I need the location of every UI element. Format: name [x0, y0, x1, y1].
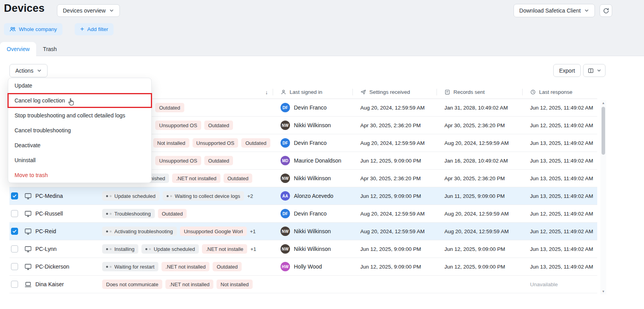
- scroll-up-arrow[interactable]: ▲: [600, 101, 606, 105]
- avatar: HW: [281, 262, 290, 271]
- tab-overview-label: Overview: [7, 46, 29, 52]
- row-checkbox[interactable]: [11, 281, 18, 288]
- scroll-down-arrow[interactable]: ▼: [600, 290, 606, 293]
- desktop-icon: [24, 193, 32, 199]
- download-client-button[interactable]: Download Safetica Client: [514, 4, 595, 17]
- records-sent-cell: Aug 20, 2024, 12:59:59 AM: [437, 223, 522, 240]
- table-row-pc-dickerson[interactable]: PC-DickersonWaiting for restart.NET not …: [9, 258, 597, 276]
- menu-item-deactivate[interactable]: Deactivate: [8, 138, 151, 153]
- user-name: Devin Franco: [294, 104, 327, 111]
- records-sent-cell: Jun 12, 2025, 9:09:00 PM: [437, 240, 522, 258]
- device-name-cell: Dina Kaiser: [22, 276, 102, 293]
- table-row-pc-lynn[interactable]: PC-LynnInstallingUpdate scheduled.NET no…: [9, 240, 597, 258]
- status-badge: Outdated: [241, 138, 270, 148]
- table-row-dina-kaiser[interactable]: Dina KaiserDoes not communicate.NET not …: [9, 276, 597, 293]
- view-selector[interactable]: Devices overview: [57, 4, 120, 17]
- columns-button[interactable]: [583, 64, 605, 77]
- records-sent-cell: Apr 30, 2025, 2:36:20 PM: [437, 170, 522, 187]
- last-signed-in-cell: MDMaurice Donaldson: [273, 152, 352, 169]
- desktop-icon: [24, 228, 32, 235]
- scope-filter-chip[interactable]: Whole company: [4, 23, 62, 35]
- avatar: DF: [281, 209, 290, 218]
- user-name: Maurice Donaldson: [294, 157, 341, 164]
- status-badge: Unsupported OS: [155, 156, 201, 165]
- settings-received-cell: Apr 30, 2025, 2:36:20 PM: [352, 170, 437, 187]
- last-signed-in-cell: [273, 276, 352, 293]
- menu-item-cancel-log-collection[interactable]: Cancel log collection: [8, 93, 151, 108]
- table-row-pc-medina[interactable]: PC-MedinaUpdate scheduledWaiting to coll…: [9, 187, 597, 205]
- chevron-down-icon: [597, 68, 601, 73]
- column-header-settings-received[interactable]: Settings received: [352, 86, 437, 99]
- status-badge: Outdated: [224, 174, 253, 183]
- column-header-records-sent[interactable]: Records sent: [437, 86, 522, 99]
- menu-item-update[interactable]: Update: [8, 78, 151, 93]
- avatar: NW: [281, 121, 290, 130]
- device-status-cell: Activating troubleshootingUnsupported Go…: [102, 223, 273, 240]
- status-badge: Troubleshooting: [102, 209, 155, 218]
- scrollbar-thumb[interactable]: [602, 107, 605, 155]
- menu-item-stop-troubleshooting-and-collect-detailed-logs[interactable]: Stop troubleshooting and collect detaile…: [8, 108, 151, 123]
- actions-button-label: Actions: [15, 68, 33, 74]
- device-name-cell: PC-Russell: [22, 205, 102, 222]
- device-name-cell: PC-Reid: [22, 223, 102, 240]
- row-checkbox[interactable]: [11, 228, 18, 235]
- last-response-cell: Jun 13, 2025, 11:49:02 AM: [522, 187, 597, 205]
- device-status-cell: TroubleshootingOutdated: [102, 205, 273, 222]
- column-header-last-signed-in[interactable]: Last signed in: [273, 86, 352, 99]
- view-selector-label: Devices overview: [63, 7, 106, 14]
- settings-received-cell: Jun 12, 2025, 9:09:00 PM: [352, 152, 437, 169]
- last-response-cell: Jun 13, 2025, 11:49:02 AM: [522, 152, 597, 169]
- row-checkbox[interactable]: [11, 192, 18, 199]
- add-filter-button[interactable]: + Add filter: [75, 23, 114, 35]
- user-name: Alonzo Acevedo: [294, 193, 333, 199]
- table-row-pc-russell[interactable]: PC-RussellTroubleshootingOutdatedDFDevin…: [9, 205, 597, 223]
- status-badge: Outdated: [204, 156, 233, 165]
- user-name: Nikki Wilkinson: [294, 122, 331, 128]
- status-badge: Does not communicate: [102, 280, 162, 289]
- status-badge: Installing: [102, 244, 138, 254]
- menu-item-label: Deactivate: [15, 142, 40, 148]
- row-checkbox[interactable]: [11, 210, 18, 217]
- avatar: DF: [281, 103, 290, 112]
- menu-item-move-to-trash[interactable]: Move to trash: [8, 168, 151, 183]
- tab-trash[interactable]: Trash: [36, 42, 63, 56]
- sort-descending-icon[interactable]: ↓: [265, 89, 268, 95]
- actions-button[interactable]: Actions: [9, 64, 48, 77]
- people-icon: [9, 26, 16, 32]
- status-badge: Unsupported OS: [155, 121, 201, 130]
- menu-item-uninstall[interactable]: Uninstall: [8, 153, 151, 168]
- row-checkbox-cell: [9, 258, 22, 275]
- export-button[interactable]: Export: [553, 64, 581, 77]
- plus-icon: +: [80, 26, 84, 32]
- menu-item-label: Stop troubleshooting and collect detaile…: [15, 112, 125, 119]
- status-badge: Unsupported Google Work: [180, 227, 247, 236]
- chevron-down-icon: [584, 8, 589, 13]
- status-badge: Outdated: [204, 121, 233, 130]
- tab-overview[interactable]: Overview: [0, 42, 36, 56]
- last-signed-in-cell: NWNikki Wilkinson: [273, 117, 352, 134]
- row-checkbox[interactable]: [11, 263, 18, 270]
- row-checkbox-cell: [9, 276, 22, 293]
- avatar: NW: [281, 244, 290, 254]
- records-sent-cell: Jan 16, 2028, 10:49:02 AM: [437, 152, 522, 169]
- table-row-pc-reid[interactable]: PC-ReidActivating troubleshootingUnsuppo…: [9, 223, 597, 240]
- status-badge: Not installed: [153, 138, 189, 148]
- column-header-last-response[interactable]: Last response: [522, 86, 597, 99]
- row-checkbox[interactable]: [11, 245, 18, 252]
- device-name: PC-Medina: [35, 193, 63, 199]
- vertical-scrollbar[interactable]: ▲ ▼: [600, 100, 606, 294]
- settings-received-cell: Jun 12, 2025, 9:09:00 PM: [352, 187, 437, 205]
- status-badge: Waiting to collect device logs: [163, 191, 244, 201]
- refresh-button[interactable]: [600, 4, 612, 17]
- menu-item-label: Move to trash: [15, 172, 48, 178]
- settings-received-cell: Aug 20, 2024, 12:59:59 AM: [352, 99, 437, 116]
- menu-item-cancel-troubleshooting[interactable]: Cancel troubleshooting: [8, 123, 151, 138]
- laptop-icon: [24, 281, 32, 288]
- status-badge: Waiting for restart: [102, 262, 158, 271]
- settings-received-cell: Jun 12, 2025, 9:09:00 PM: [352, 258, 437, 275]
- document-icon: [444, 89, 450, 95]
- last-response-cell: Jun 12, 2025, 11:49:02 AM: [522, 117, 597, 134]
- badge-overflow-count: +1: [250, 246, 256, 252]
- tab-bar: Overview Trash: [0, 42, 64, 56]
- last-signed-in-cell: DFDevin Franco: [273, 205, 352, 222]
